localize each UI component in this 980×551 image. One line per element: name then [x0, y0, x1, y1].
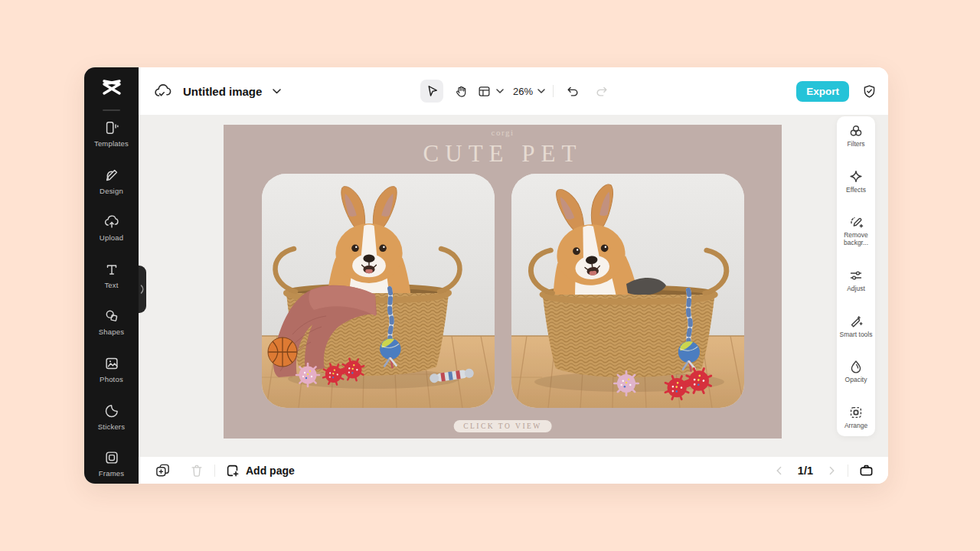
arrange-icon [848, 405, 864, 420]
adjust-sliders-icon [848, 268, 864, 283]
tool-label: Opacity [838, 376, 874, 383]
add-page-button[interactable]: Add page [225, 463, 295, 478]
briefcase-icon [858, 462, 874, 478]
canvas-subtitle-text[interactable]: corgi [224, 128, 782, 137]
chevron-down-icon [537, 89, 545, 93]
photo-corgi-left[interactable] [262, 174, 495, 408]
next-page-button[interactable] [825, 465, 838, 477]
photo-corgi-right[interactable] [511, 174, 744, 408]
sidebar-item-design[interactable]: Design [84, 162, 139, 210]
hand-tool-button[interactable] [449, 80, 472, 103]
add-page-icon [225, 463, 240, 478]
sidebar-item-shapes[interactable]: Shapes [84, 303, 139, 350]
sidebar-item-label: Photos [100, 375, 123, 383]
tool-smart-tools[interactable]: Smart tools [837, 314, 875, 338]
tool-arrange[interactable]: Arrange [837, 405, 875, 429]
opacity-droplet-icon [848, 359, 864, 374]
sidebar-divider [103, 109, 120, 111]
add-page-label: Add page [246, 465, 295, 477]
duplicate-page-button[interactable] [155, 462, 171, 478]
magic-wand-icon [848, 314, 864, 329]
shield-check-icon[interactable] [861, 83, 877, 99]
sidebar-collapse-handle[interactable] [139, 266, 146, 313]
tool-label: Adjust [838, 285, 874, 292]
screen: Templates Design Upload [0, 0, 980, 551]
chevron-down-icon [496, 89, 504, 93]
design-icon [103, 167, 120, 184]
sidebar-item-label: Upload [100, 233, 123, 242]
canvas-title-text[interactable]: CUTE PET [224, 140, 782, 168]
sidebar-item-label: Stickers [98, 422, 125, 431]
bottombar-divider [214, 465, 215, 477]
export-button[interactable]: Export [796, 81, 849, 102]
workspace: corgi CUTE PET [139, 115, 888, 457]
tool-label: Filters [838, 140, 874, 148]
file-name[interactable]: Untitled image [183, 85, 262, 98]
sidebar-item-label: Frames [99, 469, 124, 478]
sidebar-item-label: Design [100, 187, 123, 195]
tool-adjust[interactable]: Adjust [837, 268, 875, 292]
redo-icon [594, 83, 609, 99]
tool-label: Arrange [838, 422, 874, 429]
tool-label: Smart tools [838, 331, 874, 338]
filters-icon [848, 123, 864, 139]
chevron-handle-icon [139, 283, 145, 295]
remove-background-icon [848, 214, 864, 230]
frames-icon [103, 449, 120, 466]
tool-remove-background[interactable]: Remove backgr... [837, 214, 875, 246]
canvas-layout-icon [477, 84, 492, 99]
tool-opacity[interactable]: Opacity [837, 359, 875, 383]
zoom-level: 26% [513, 86, 533, 97]
hand-icon [454, 84, 469, 99]
trash-icon [189, 463, 204, 478]
sidebar-item-label: Text [104, 281, 118, 289]
capcut-logo-icon [84, 76, 139, 99]
canvas-size-control[interactable] [477, 84, 504, 99]
text-icon [103, 261, 120, 278]
bottombar: Add page 1/1 [139, 457, 888, 484]
bottombar-divider [848, 465, 848, 477]
tool-label: Remove backgr... [838, 231, 874, 246]
canvas[interactable]: corgi CUTE PET [224, 125, 782, 439]
sidebar-item-label: Shapes [99, 328, 124, 336]
sidebar-item-upload[interactable]: Upload [84, 209, 139, 256]
corgi-in-basket-photo [511, 174, 744, 408]
zoom-control[interactable]: 26% [513, 86, 545, 97]
right-tools-panel: Filters Effects Remove backgr... [837, 116, 875, 436]
app-window: Templates Design Upload [84, 67, 888, 484]
templates-icon [103, 119, 120, 136]
file-menu-chevron-icon[interactable] [273, 89, 281, 94]
sidebar-item-frames[interactable]: Frames [84, 445, 139, 492]
tool-label: Effects [838, 186, 874, 194]
sidebar-item-templates[interactable]: Templates [84, 115, 139, 162]
prev-page-button[interactable] [773, 465, 786, 477]
chevron-right-icon [825, 465, 838, 477]
chevron-left-icon [773, 465, 786, 477]
corgi-in-basket-photo [262, 174, 495, 408]
toolbar-divider [553, 85, 554, 97]
effects-star-icon [848, 169, 864, 184]
select-tool-button[interactable] [420, 80, 443, 103]
undo-button[interactable] [561, 80, 584, 103]
sidebar-item-text[interactable]: Text [84, 256, 139, 304]
photos-icon [103, 355, 120, 372]
shapes-icon [103, 308, 120, 324]
topbar: Untitled image [139, 67, 888, 115]
click-to-view-button[interactable]: CLICK TO VIEW [453, 420, 552, 432]
sidebar-item-stickers[interactable]: Stickers [84, 398, 139, 445]
delete-page-button[interactable] [189, 463, 204, 478]
undo-icon [565, 83, 580, 99]
tool-filters[interactable]: Filters [837, 123, 875, 148]
left-sidebar: Templates Design Upload [84, 67, 139, 484]
cloud-saved-icon[interactable] [154, 83, 172, 99]
tool-effects[interactable]: Effects [837, 169, 875, 194]
redo-button[interactable] [590, 80, 613, 103]
preview-button[interactable] [858, 462, 874, 478]
sidebar-item-photos[interactable]: Photos [84, 350, 139, 398]
sidebar-item-label: Templates [94, 139, 129, 148]
stickers-icon [103, 403, 120, 419]
cursor-icon [424, 83, 439, 99]
upload-icon [103, 214, 120, 230]
sidebar-nav: Templates Design Upload [84, 115, 139, 492]
duplicate-icon [155, 462, 171, 478]
